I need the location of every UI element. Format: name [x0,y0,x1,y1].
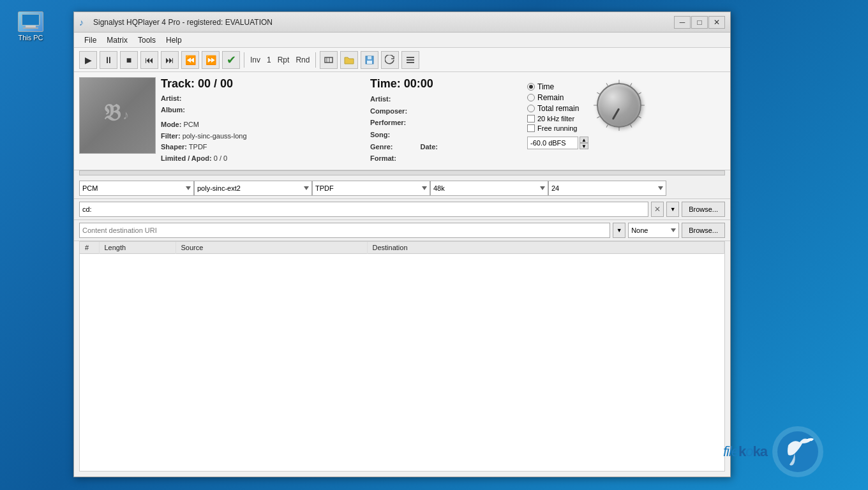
col-number: # [80,242,99,254]
menu-file[interactable]: File [79,34,101,46]
svg-line-22 [606,124,608,127]
progress-bar[interactable] [79,170,725,175]
dest-browse-button[interactable]: Browse... [682,223,725,238]
controls-panel: Time Remain Total remain 20 kHz filter F… [522,77,725,165]
rate-dropdown[interactable]: 44.1k 48k 96k [430,181,548,196]
time-composer-row: Composer: [370,105,517,117]
track-value: 00 / 00 [198,77,233,90]
rewind-button[interactable]: ⏪ [181,51,199,69]
time-genre-value: Date: [421,143,438,151]
prev-track-button[interactable]: ⏮ [140,51,158,69]
mode-value: PCM [183,121,198,128]
volume-input[interactable]: -60.0 dBFS [527,137,578,149]
close-button[interactable]: ✕ [708,16,725,29]
window-title: Signalyst HQPlayer 4 Pro - registered: E… [93,18,674,27]
track-mode-row: Mode: PCM [161,119,365,131]
checkbox-free-running[interactable]: Free running [527,124,588,132]
destination-input[interactable] [79,223,610,238]
rpt-label[interactable]: Rpt [276,56,292,64]
pause-button[interactable]: ⏸ [100,51,117,69]
clear-source-button[interactable]: ✕ [651,202,664,217]
main-window: ♪ Signalyst HQPlayer 4 Pro - registered:… [73,11,731,477]
source-input[interactable] [79,202,648,217]
svg-rect-11 [407,59,414,61]
svg-rect-2 [23,27,38,29]
forward-button[interactable]: ⏩ [202,51,220,69]
time-performer-label: Performer: [370,119,406,126]
time-genre-date-row: Genre: Date: [370,141,517,153]
open-folder-button[interactable] [340,51,358,69]
mode-label: Mode: [161,121,181,128]
play-button[interactable]: ▶ [79,51,97,69]
toolbar-separator-2 [315,52,316,68]
format-dropdown[interactable]: PCM DSD [79,181,194,196]
svg-line-17 [638,93,641,94]
rnd-label[interactable]: Rnd [294,56,311,64]
info-panel: 𝔅 ♪ Track: 00 / 00 Artist: Album: Mode: … [74,72,730,170]
time-format-row: Format: [370,152,517,165]
svg-text:♪: ♪ [123,108,129,122]
col-destination: Destination [367,242,724,254]
minimize-button[interactable]: ─ [674,16,691,29]
titlebar-buttons: ─ □ ✕ [674,16,725,29]
shaper-dropdown[interactable]: TPDF NS4 [312,181,430,196]
track-filter-row: Filter: poly-sinc-gauss-long [161,131,365,142]
volume-down-button[interactable]: ▼ [580,143,588,149]
radio-remain-dot [527,94,535,101]
time-format-label: Format: [370,154,396,162]
menu-matrix[interactable]: Matrix [101,34,133,46]
source-row: ✕ ▼ Browse... [74,199,730,220]
track-limited-row: Limited / Apod: 0 / 0 [161,153,365,165]
desktop-icon-this-pc[interactable]: This PC [11,11,50,41]
radio-total-remain[interactable]: Total remain [527,104,588,113]
shaper-label: Shaper: [161,143,187,151]
svg-rect-8 [368,56,371,59]
svg-point-27 [777,431,818,472]
radio-total-remain-dot [527,105,535,112]
volume-knob-container [594,80,645,131]
maximize-button[interactable]: □ [691,16,708,29]
stop-button[interactable]: ■ [120,51,138,69]
radio-total-remain-label: Total remain [537,104,579,113]
next-track-button[interactable]: ⏭ [161,51,179,69]
bits-dropdown[interactable]: 16 24 32 [548,181,666,196]
volume-up-button[interactable]: ▲ [580,137,588,143]
app-icon: ♪ [79,17,89,27]
dest-none-dropdown[interactable]: None [628,223,679,238]
menu-tools[interactable]: Tools [133,34,161,46]
limited-value: 0 / 0 [214,154,227,162]
source-browse-button[interactable]: Browse... [682,202,725,217]
col-source: Source [176,242,367,254]
volume-knob[interactable] [597,83,641,128]
toolbar: ▶ ⏸ ■ ⏮ ⏭ ⏪ ⏩ ✔ Inv 1 Rpt Rnd [74,48,730,72]
time-value: 00:00 [404,77,433,90]
inv-label[interactable]: Inv [248,56,262,64]
volume-spinner: ▲ ▼ [580,137,588,149]
checkmark-button[interactable]: ✔ [222,51,240,69]
desktop-icon-label: This PC [18,34,43,41]
menu-help[interactable]: Help [161,34,187,46]
save-button[interactable] [361,51,378,69]
this-pc-icon [18,11,43,32]
time-artist-label: Artist: [370,95,391,103]
knob-indicator [612,108,620,120]
dropdowns-row: PCM DSD poly-sinc-ext2 poly-sinc-gauss-l… [74,178,730,199]
source-dropdown-button[interactable]: ▼ [666,202,679,217]
svg-rect-1 [26,26,36,27]
list-button[interactable] [401,51,419,69]
radio-time[interactable]: Time [527,82,588,91]
volume-control: -60.0 dBFS ▲ ▼ [527,137,588,149]
radio-remain[interactable]: Remain [527,93,588,102]
radio-remain-label: Remain [537,93,564,102]
dest-dropdown-button[interactable]: ▼ [613,223,625,238]
filter-dropdown[interactable]: poly-sinc-ext2 poly-sinc-gauss-long [194,181,312,196]
filter-label: Filter: [161,132,181,140]
time-title: Time: 00:00 [370,77,517,91]
time-label: Time: [370,77,404,90]
menubar: File Matrix Tools Help [74,33,730,48]
refresh-button[interactable] [381,51,399,69]
artist-label: Artist: [161,94,181,102]
checkbox-20khz[interactable]: 20 kHz filter [527,115,588,122]
dsp-icon-button[interactable] [320,51,338,69]
track-title: Track: 00 / 00 [161,77,365,91]
